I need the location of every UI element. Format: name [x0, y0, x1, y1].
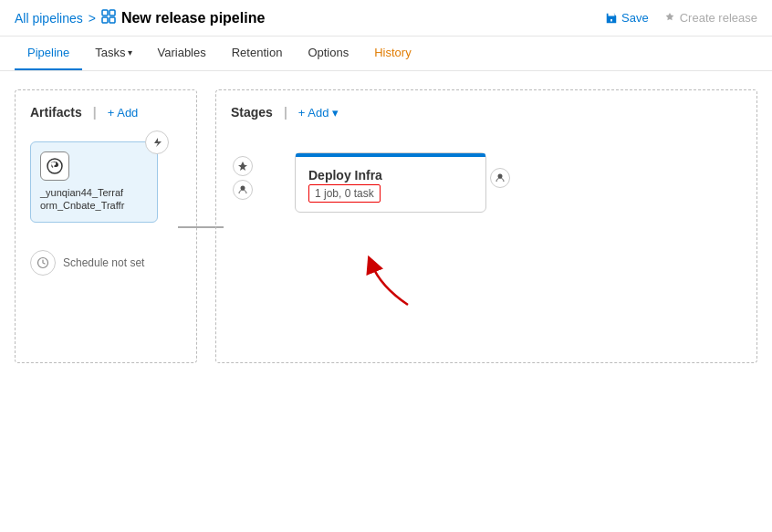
tab-history[interactable]: History: [361, 37, 423, 70]
stage-right-icon-container: [490, 168, 510, 188]
annotation-arrow: [326, 232, 435, 314]
tab-tasks[interactable]: Tasks ▾: [82, 37, 144, 70]
stage-person-right-icon[interactable]: [490, 168, 510, 188]
tab-options[interactable]: Options: [295, 37, 361, 70]
artifact-lightning-button[interactable]: [145, 130, 169, 154]
tab-variables[interactable]: Variables: [145, 37, 219, 70]
stage-top-bar: [296, 153, 485, 157]
tasks-dropdown-arrow: ▾: [128, 47, 132, 57]
schedule-icon: [30, 250, 56, 276]
header: All pipelines > New release pipeline Sav…: [0, 0, 772, 37]
save-label: Save: [621, 11, 649, 25]
stage-subtitle: 1 job, 0 task: [308, 184, 381, 203]
stages-title: Stages: [231, 105, 273, 120]
artifacts-panel: Artifacts | + Add _yunqian44_Terraform_C…: [15, 89, 197, 363]
pipeline-nav-icon: [101, 9, 116, 26]
stage-content: Deploy Infra 1 job, 0 task: [308, 168, 473, 203]
save-button[interactable]: Save: [605, 11, 649, 25]
stage-left-icons: [233, 156, 253, 200]
breadcrumb-separator: >: [89, 11, 96, 26]
stages-area: Deploy Infra 1 job, 0 task: [231, 134, 486, 222]
breadcrumb-link[interactable]: All pipelines: [15, 11, 83, 26]
nav-tabs: Pipeline Tasks ▾ Variables Retention Opt…: [0, 37, 772, 71]
artifact-card[interactable]: _yunqian44_Terraform_Cnbate_Traffr: [30, 141, 158, 223]
header-actions: Save Create release: [605, 11, 757, 25]
stage-name: Deploy Infra: [308, 168, 473, 183]
page-title: New release pipeline: [121, 10, 265, 26]
stages-separator: |: [284, 105, 287, 120]
stages-panel-header: Stages | + Add ▾: [231, 105, 742, 120]
artifact-card-container: _yunqian44_Terraform_Cnbate_Traffr: [30, 141, 158, 223]
svg-rect-0: [102, 10, 108, 16]
svg-rect-1: [110, 10, 115, 16]
schedule-label: Schedule not set: [63, 256, 144, 269]
stage-card[interactable]: Deploy Infra 1 job, 0 task: [295, 152, 486, 213]
artifacts-add-button[interactable]: + Add: [108, 106, 139, 120]
create-release-label: Create release: [680, 11, 757, 25]
schedule-section[interactable]: Schedule not set: [30, 250, 182, 276]
artifacts-separator: |: [93, 105, 97, 120]
artifacts-panel-header: Artifacts | + Add: [30, 105, 182, 120]
svg-rect-2: [102, 17, 108, 23]
stages-panel: Stages | + Add ▾: [215, 89, 757, 363]
artifacts-title: Artifacts: [30, 105, 82, 120]
artifact-icon: [40, 151, 69, 181]
main-content: Artifacts | + Add _yunqian44_Terraform_C…: [0, 71, 772, 381]
stage-person-left-icon[interactable]: [233, 180, 253, 200]
stage-pre-deploy-icon[interactable]: [233, 156, 253, 176]
stages-add-button[interactable]: + Add ▾: [298, 106, 339, 120]
tab-retention[interactable]: Retention: [219, 37, 296, 70]
breadcrumb: All pipelines > New release pipeline: [15, 9, 265, 26]
tab-pipeline[interactable]: Pipeline: [15, 37, 82, 70]
artifact-name: _yunqian44_Terraform_Cnbate_Traffr: [40, 186, 148, 213]
stages-add-dropdown-icon: ▾: [332, 106, 339, 120]
create-release-button[interactable]: Create release: [663, 11, 757, 25]
svg-rect-3: [110, 17, 115, 23]
